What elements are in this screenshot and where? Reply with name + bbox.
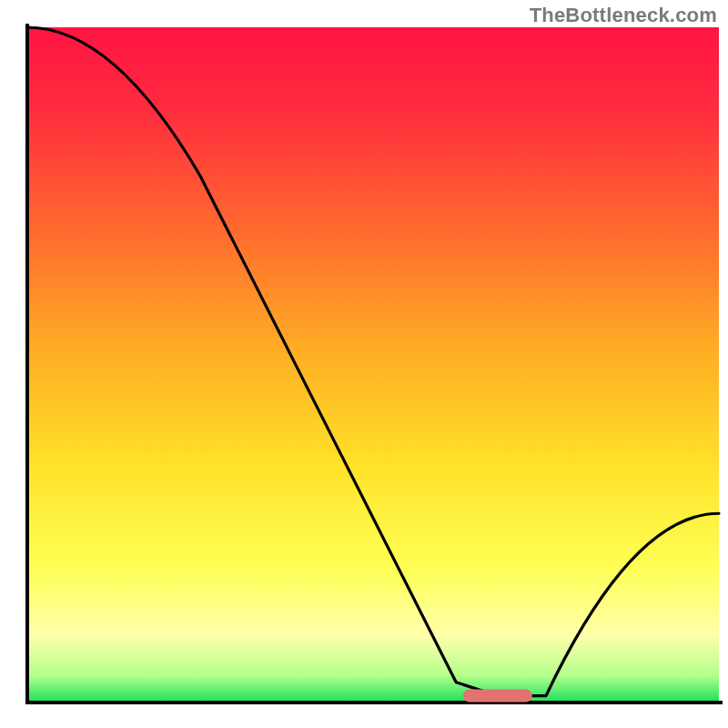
gradient-panel bbox=[27, 27, 719, 703]
chart-container: TheBottleneck.com bbox=[0, 0, 728, 728]
optimal-marker bbox=[463, 690, 532, 703]
bottleneck-chart bbox=[0, 0, 728, 728]
watermark-label: TheBottleneck.com bbox=[530, 4, 717, 27]
